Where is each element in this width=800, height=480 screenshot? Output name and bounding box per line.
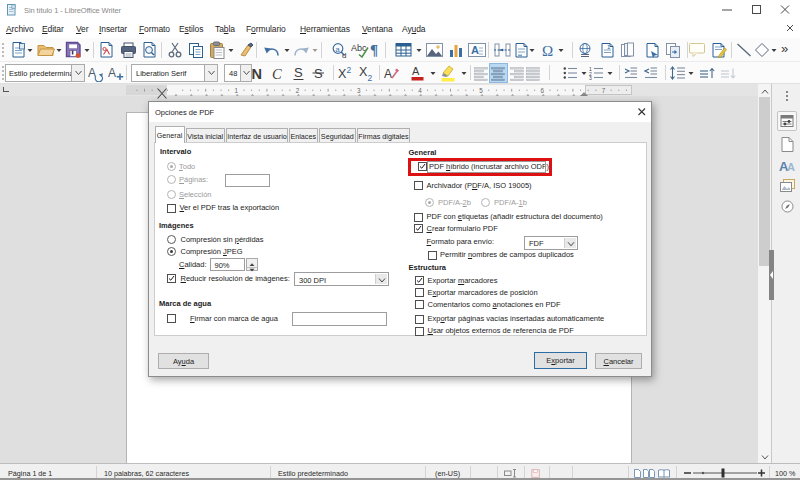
svg-text:3: 3: [589, 75, 592, 80]
svg-text:7: 7: [602, 87, 606, 94]
svg-text:3: 3: [357, 87, 361, 94]
svg-text:A: A: [412, 65, 420, 77]
svg-text:A: A: [787, 161, 795, 173]
svg-text:2: 2: [347, 65, 352, 75]
svg-text:4: 4: [418, 87, 422, 94]
svg-text:A: A: [384, 67, 392, 81]
svg-text:a: a: [336, 45, 341, 54]
svg-text:d: d: [342, 51, 346, 59]
svg-text:A: A: [108, 66, 116, 80]
svg-text:N: N: [252, 66, 262, 82]
svg-text:Ω: Ω: [542, 43, 553, 59]
svg-text:C: C: [272, 66, 282, 82]
svg-text:A: A: [471, 44, 479, 56]
svg-text:1: 1: [235, 87, 239, 94]
svg-text:¶: ¶: [370, 42, 378, 58]
svg-text:S: S: [294, 65, 303, 80]
svg-text:6: 6: [541, 87, 545, 94]
svg-text:2: 2: [368, 73, 373, 82]
svg-text:5: 5: [479, 87, 483, 94]
svg-text:2: 2: [296, 87, 300, 94]
svg-text:»: »: [781, 41, 788, 56]
